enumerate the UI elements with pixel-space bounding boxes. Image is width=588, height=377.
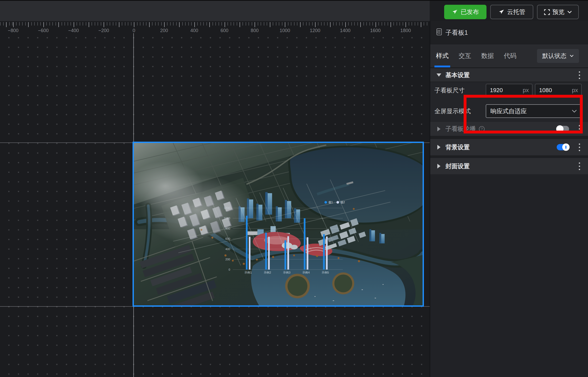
sub-dashboard-artboard[interactable]: 020040060080010001200示例1示例2示例3示例4示例5值1值2 (133, 142, 424, 307)
state-selector-dropdown[interactable]: 默认状态 (537, 49, 579, 63)
height-input[interactable]: 1080 px (535, 84, 582, 97)
width-input[interactable]: 1920 px (486, 84, 533, 97)
svg-text:示例1: 示例1 (245, 271, 252, 274)
tab-code[interactable]: 代码 (504, 44, 516, 67)
cloud-hosting-button[interactable]: 云托管 (490, 5, 533, 19)
carousel-toggle[interactable] (557, 126, 569, 132)
svg-text:示例2: 示例2 (264, 271, 271, 274)
svg-text:800: 800 (225, 227, 230, 230)
section-title: 背景设置 (445, 143, 470, 151)
ruler-label: 1000 (280, 28, 290, 33)
ruler-label: −600 (38, 28, 49, 33)
section-title: 封面设置 (445, 162, 470, 170)
height-unit: px (572, 87, 578, 94)
display-mode-row: 全屏显示模式 响应式自适应 (430, 104, 588, 118)
svg-text:0: 0 (229, 268, 230, 271)
section-gap (430, 136, 588, 139)
section-basic-settings[interactable]: 基本设置 (430, 68, 588, 82)
display-mode-dropdown[interactable]: 响应式自适应 (486, 104, 582, 118)
ruler-label: 1600 (370, 28, 381, 33)
settings-panel: 子看板1 样式 交互 数据 代码 默认状态 基本设置 子看板尺寸 1920 px… (430, 21, 588, 377)
caret-right-icon (437, 127, 440, 131)
published-button[interactable]: 已发布 (444, 5, 486, 19)
ruler-label: 1200 (310, 28, 320, 33)
svg-text:1000: 1000 (224, 217, 230, 220)
section-carousel[interactable]: 子看板轮播 ? (430, 122, 588, 136)
ruler: −800−600−400−200020040060080010001200140… (0, 28, 430, 34)
tab-style[interactable]: 样式 (436, 44, 449, 67)
display-mode-value: 响应式自适应 (490, 107, 527, 115)
section-title: 基本设置 (445, 71, 470, 79)
size-field-row: 子看板尺寸 1920 px 1080 px (430, 84, 588, 97)
ruler-label: −200 (98, 28, 109, 33)
ruler-label: 800 (251, 28, 258, 33)
ruler-label: 400 (190, 28, 198, 33)
tab-data[interactable]: 数据 (481, 44, 494, 67)
svg-text:值2: 值2 (340, 201, 345, 204)
size-label: 子看板尺寸 (434, 86, 465, 95)
ruler-label: 1400 (340, 28, 351, 33)
chevron-down-icon (570, 54, 574, 57)
tab-interaction[interactable]: 交互 (459, 44, 471, 67)
ruler-label: 1800 (400, 28, 411, 33)
ruler-label: −800 (8, 28, 19, 33)
topbar-canvas-section (0, 0, 430, 21)
panel-title: 子看板1 (445, 28, 468, 37)
chevron-down-icon (572, 110, 577, 113)
svg-text:200: 200 (225, 258, 230, 261)
svg-text:示例5: 示例5 (322, 271, 329, 274)
svg-text:400: 400 (225, 247, 230, 251)
section-cover-settings[interactable]: 封面设置 (430, 158, 588, 174)
city-render-image: 020040060080010001200示例1示例2示例3示例4示例5值1值2 (134, 143, 423, 305)
ruler-label: 600 (221, 28, 229, 33)
width-unit: px (523, 87, 529, 94)
preview-label: 预览 (552, 8, 565, 16)
ruler-label: −400 (68, 28, 79, 33)
paper-plane-icon (498, 9, 505, 15)
caret-down-icon (437, 73, 441, 77)
kebab-menu-icon[interactable] (579, 71, 580, 79)
caret-right-icon (437, 145, 440, 150)
svg-text:值1: 值1 (328, 201, 333, 204)
section-gap (430, 155, 588, 158)
published-label: 已发布 (461, 8, 479, 16)
sub-dashboard-icon (436, 28, 442, 37)
panel-empty-area (430, 174, 588, 377)
preview-button[interactable]: 预览 (537, 5, 579, 19)
ruler-label: 200 (160, 28, 168, 33)
kebab-menu-icon[interactable] (579, 143, 580, 151)
panel-header: 子看板1 (430, 21, 588, 44)
info-icon: ? (479, 126, 485, 132)
svg-text:600: 600 (225, 237, 230, 240)
chevron-down-icon (567, 11, 572, 14)
svg-text:示例4: 示例4 (302, 271, 310, 274)
height-value: 1080 (539, 87, 552, 94)
section-title: 子看板轮播 (445, 125, 476, 133)
section-background-settings[interactable]: 背景设置 (430, 139, 588, 155)
background-toggle[interactable] (557, 144, 569, 150)
caret-right-icon (437, 164, 440, 168)
svg-text:1200: 1200 (224, 206, 230, 210)
state-selector-label: 默认状态 (542, 52, 566, 60)
svg-text:示例3: 示例3 (283, 271, 290, 274)
kebab-menu-icon[interactable] (579, 125, 580, 133)
editor-canvas[interactable]: −800−600−400−200020040060080010001200140… (0, 21, 430, 377)
cloud-hosting-label: 云托管 (507, 8, 525, 16)
width-value: 1920 (490, 87, 503, 94)
kebab-menu-icon[interactable] (579, 162, 580, 170)
ruler-label: 0 (133, 28, 135, 33)
paper-plane-icon (452, 9, 458, 15)
fullscreen-brackets-icon (544, 9, 550, 15)
ruler-major-ticks (0, 22, 430, 27)
display-mode-label: 全屏显示模式 (434, 107, 471, 115)
